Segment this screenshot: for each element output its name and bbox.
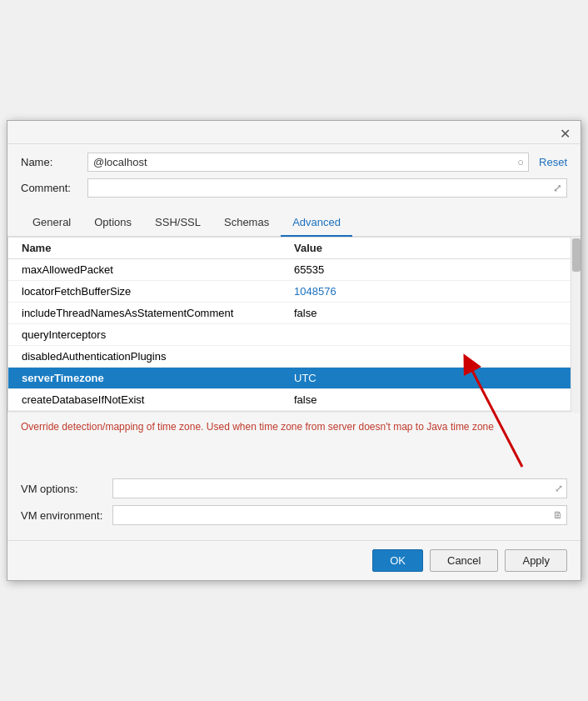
name-row: Name: ○ Reset — [21, 153, 567, 172]
ok-button[interactable]: OK — [372, 549, 423, 572]
name-label: Name: — [21, 156, 87, 168]
cell-name: createDatabaseIfNotExist — [22, 393, 294, 406]
vm-options-label: VM options: — [21, 483, 112, 495]
cell-value — [294, 350, 566, 363]
connection-dialog: ✕ Name: ○ Reset Comment: ⤢ General Optio… — [7, 120, 581, 581]
vm-options-row: VM options: ⤢ — [21, 478, 567, 498]
comment-input-wrap: ⤢ — [87, 178, 567, 198]
cell-value-selected: UTC — [294, 372, 566, 384]
cell-name-selected: serverTimezone — [22, 372, 294, 384]
form-section: Name: ○ Reset Comment: ⤢ — [7, 144, 581, 209]
table-row[interactable]: disabledAuthenticationPlugins — [8, 346, 580, 368]
cell-value — [294, 328, 566, 341]
name-circle-icon: ○ — [517, 156, 524, 168]
vm-env-doc-icon: 🗎 — [553, 509, 563, 521]
table-row[interactable]: includeThreadNamesAsStatementComment fal… — [8, 303, 580, 324]
name-input-wrap: ○ — [87, 153, 529, 172]
tab-options[interactable]: Options — [82, 209, 143, 237]
vm-options-expand-icon: ⤢ — [555, 483, 563, 494]
tab-ssh-ssl[interactable]: SSH/SSL — [143, 209, 212, 237]
close-button[interactable]: ✕ — [556, 126, 574, 142]
name-input[interactable] — [87, 153, 529, 172]
cell-name: includeThreadNamesAsStatementComment — [22, 307, 294, 319]
scrollbar[interactable] — [571, 237, 581, 412]
vm-env-label: VM environment: — [21, 509, 112, 522]
tab-advanced[interactable]: Advanced — [281, 209, 352, 237]
comment-label: Comment: — [21, 182, 87, 194]
vm-env-input-wrap: 🗎 — [112, 505, 567, 525]
vm-env-row: VM environment: 🗎 — [21, 505, 567, 525]
vm-options-section: VM options: ⤢ VM environment: 🗎 — [7, 470, 581, 540]
tab-schemas[interactable]: Schemas — [212, 209, 281, 237]
comment-input[interactable] — [87, 178, 567, 198]
cell-value: false — [294, 307, 566, 319]
header-name: Name — [22, 242, 294, 254]
description-section: Override detection/mapping of time zone.… — [7, 412, 581, 470]
table-row[interactable]: maxAllowedPacket 65535 — [8, 259, 580, 281]
header-value: Value — [294, 242, 566, 254]
table-row[interactable]: createDatabaseIfNotExist false — [8, 389, 580, 411]
cell-name: maxAllowedPacket — [22, 263, 294, 276]
tab-general[interactable]: General — [21, 209, 82, 237]
cell-name: disabledAuthenticationPlugins — [22, 350, 294, 363]
footer-section: OK Cancel Apply — [7, 540, 581, 580]
vm-options-input-wrap: ⤢ — [112, 478, 567, 498]
apply-button[interactable]: Apply — [505, 549, 567, 572]
cell-name: locatorFetchBufferSize — [22, 285, 294, 298]
reset-link[interactable]: Reset — [539, 156, 567, 168]
cell-value: 65535 — [294, 263, 566, 276]
cell-name: queryInterceptors — [22, 328, 294, 341]
scrollbar-thumb — [572, 238, 581, 272]
table-row-selected[interactable]: serverTimezone UTC — [8, 368, 580, 389]
comment-expand-icon: ⤢ — [553, 182, 562, 194]
tabs-bar: General Options SSH/SSL Schemas Advanced — [7, 209, 581, 237]
table-row[interactable]: queryInterceptors — [8, 324, 580, 346]
properties-table: Name Value maxAllowedPacket 65535 locato… — [7, 237, 581, 412]
title-bar: ✕ — [7, 121, 581, 144]
description-text: Override detection/mapping of time zone.… — [21, 421, 494, 433]
vm-options-input[interactable] — [112, 478, 567, 498]
table-row[interactable]: locatorFetchBufferSize 1048576 — [8, 281, 580, 303]
cell-value: false — [294, 393, 566, 406]
vm-env-input[interactable] — [112, 505, 567, 525]
cell-value: 1048576 — [294, 285, 566, 298]
table-header: Name Value — [8, 238, 580, 259]
cancel-button[interactable]: Cancel — [430, 549, 498, 572]
comment-row: Comment: ⤢ — [21, 178, 567, 198]
